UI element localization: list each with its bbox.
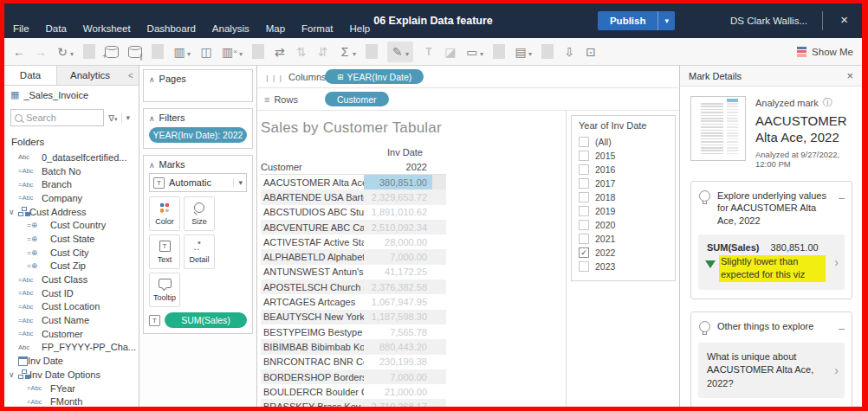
chevron-right-icon[interactable] — [834, 363, 839, 377]
checkbox[interactable] — [579, 261, 589, 272]
filter-option[interactable]: 2020 — [579, 218, 670, 232]
field-row[interactable]: ∨ Company — [4, 191, 139, 205]
table-row[interactable]: ABCSTUDIOS ABC Studio.. 1,891,010.62 — [261, 205, 446, 220]
field-row[interactable]: ∨ Cust ID — [4, 286, 139, 300]
mark-property-button[interactable]: Text — [149, 234, 180, 269]
toolbar-button[interactable] — [252, 44, 264, 59]
dropdown-caret-icon[interactable] — [239, 44, 243, 60]
field-row[interactable]: ∨ Cust Country — [4, 218, 139, 232]
menu-item[interactable]: Dashboard — [147, 23, 196, 34]
filter-option[interactable]: (All) — [579, 135, 670, 149]
dropdown-caret-icon[interactable] — [405, 44, 409, 60]
menu-item[interactable]: File — [13, 23, 29, 34]
table-row[interactable]: BESTYPEIMG Bestype Im.. 7,565.78 — [261, 324, 446, 339]
search-options-caret-icon[interactable]: ▾ — [122, 113, 133, 122]
close-panel-icon[interactable]: × — [846, 69, 853, 82]
publish-button[interactable]: Publish ▾ — [598, 11, 675, 30]
mark-property-button[interactable]: Detail — [184, 234, 215, 269]
checkbox[interactable] — [579, 220, 589, 230]
datasource-row[interactable]: ▦ _Sales_Invoice — [4, 86, 139, 104]
toolbar-button[interactable] — [515, 44, 532, 60]
toolbar-button[interactable] — [339, 44, 356, 60]
tab-data[interactable]: Data — [4, 66, 57, 85]
table-row[interactable]: ARTCAGES Artcages 1,067,947.95 — [261, 294, 446, 309]
toolbar-button[interactable] — [128, 46, 142, 58]
field-row[interactable]: ∨ Cust City — [4, 246, 139, 260]
collapse-section-icon[interactable] — [839, 189, 845, 205]
dropdown-caret-icon[interactable] — [528, 44, 532, 60]
filter-option[interactable]: 2015 — [579, 149, 670, 163]
toolbar-button[interactable] — [35, 46, 47, 58]
collapse-pane-icon[interactable]: < — [123, 66, 139, 85]
menu-item[interactable]: Help — [349, 23, 370, 34]
info-icon[interactable] — [823, 96, 832, 109]
rows-shelf[interactable]: Rows Customer — [257, 88, 679, 111]
toolbar-button[interactable] — [200, 46, 212, 58]
toolbar-button[interactable] — [585, 46, 597, 58]
field-row[interactable]: ∨ Cust Zip — [4, 260, 139, 273]
field-row[interactable]: ∨ Cust Location — [4, 300, 139, 314]
dropdown-caret-icon[interactable] — [480, 44, 483, 60]
table-row[interactable]: ABARTENDE USA Barten.. 2,329,653.72 — [261, 189, 446, 204]
menu-item[interactable]: Format — [301, 23, 333, 34]
table-row[interactable]: BOULDERCR Boulder Cou.. 21,000.00 — [261, 384, 446, 399]
filter-option[interactable]: 2017 — [579, 177, 670, 190]
table-row[interactable]: APOSTELSCH Church of T.. 2,376,382.58 — [261, 279, 446, 294]
filter-option[interactable]: 2023 — [579, 260, 670, 273]
menu-item[interactable]: Map — [266, 23, 285, 34]
value-cell[interactable]: 28,000.00 — [364, 234, 446, 249]
customer-cell[interactable]: BNRCONTRAC BNR Contr.. — [261, 356, 364, 367]
toolbar-button[interactable] — [222, 44, 243, 60]
value-cell[interactable]: 2,329,653.72 — [364, 189, 446, 204]
table-row[interactable]: BORDERSHOP Borders B.. 7,000.00 — [261, 369, 446, 384]
field-row[interactable]: ∨ FYear — [4, 382, 139, 395]
checkbox[interactable] — [579, 137, 589, 147]
checkbox[interactable] — [579, 164, 589, 175]
toolbar-button[interactable] — [152, 44, 164, 59]
customer-cell[interactable]: ABARTENDE USA Barten.. — [261, 192, 364, 202]
toolbar-button[interactable] — [444, 46, 457, 58]
show-me-button[interactable]: Show Me — [797, 47, 853, 57]
customer-cell[interactable]: BORDERSHOP Borders B.. — [261, 372, 364, 382]
toolbar-button[interactable] — [83, 44, 95, 59]
value-cell[interactable]: 1,187,598.30 — [364, 310, 446, 324]
value-cell[interactable]: 1,891,010.62 — [364, 205, 446, 220]
table-row[interactable]: ANTUNSWEST Antun's of.. 41,172.25 — [261, 265, 446, 279]
sum-sales-insight-card[interactable]: SUM(Sales) 380,851.00 Slightly lower tha… — [698, 234, 845, 290]
customer-cell[interactable]: BRASSKEY Brass Key Bar — [261, 401, 364, 407]
field-row[interactable]: ∨ Customer — [4, 327, 139, 341]
year-column-header[interactable]: 2022 — [364, 162, 446, 172]
expand-field-icon[interactable]: ⊞ — [337, 73, 344, 81]
account-name[interactable]: DS Clark Wallis... — [730, 16, 807, 26]
table-row[interactable]: ACTIVESTAF Active Staffi.. 28,000.00 — [261, 234, 446, 249]
toolbar-button[interactable] — [366, 44, 378, 59]
tab-analytics[interactable]: Analytics — [57, 66, 123, 85]
value-cell[interactable]: 230,199.38 — [364, 355, 446, 369]
value-cell[interactable]: 880,443.20 — [364, 339, 446, 354]
field-row[interactable]: ∨ Cust State — [4, 232, 139, 246]
table-row[interactable]: ALPHABETLD Alphabetla.. 7,000.00 — [261, 249, 446, 264]
table-row[interactable]: BNRCONTRAC BNR Contr.. 230,199.38 — [261, 355, 446, 369]
filter-option[interactable]: 2022 — [579, 246, 670, 260]
toolbar-button[interactable] — [173, 44, 191, 60]
expander-icon[interactable]: ∨ — [9, 208, 18, 216]
checkbox[interactable] — [579, 151, 589, 161]
chevron-right-icon[interactable] — [834, 255, 839, 269]
value-cell[interactable]: 1,067,947.95 — [364, 294, 446, 309]
filter-option[interactable]: 2018 — [579, 190, 670, 204]
field-row[interactable]: ∨ 0_dataselfcertified... — [4, 151, 139, 164]
table-row[interactable]: AACUSTOMER Alta Ace 380,851.00 — [261, 175, 446, 189]
value-cell[interactable]: 2,710,268.17 — [364, 399, 446, 407]
customer-cell[interactable]: BIBIMBAB Bibimbab Kor.. — [261, 342, 364, 352]
field-row[interactable]: ∨ Inv Date Options — [4, 368, 139, 382]
checkbox[interactable] — [579, 234, 589, 244]
dropdown-caret-icon[interactable]: ▾ — [233, 178, 243, 187]
columns-pill[interactable]: ⊞YEAR(Inv Date) — [325, 69, 424, 84]
toolbar-button[interactable] — [317, 46, 329, 58]
mark-property-button[interactable]: Size — [184, 196, 215, 231]
filter-option[interactable]: 2021 — [579, 232, 670, 246]
toolbar-button[interactable] — [295, 46, 308, 58]
value-cell[interactable]: 2,510,092.34 — [364, 220, 446, 234]
value-cell[interactable]: 380,851.00 — [364, 175, 446, 189]
search-filter-icon[interactable]: ∇▾ — [104, 113, 122, 123]
